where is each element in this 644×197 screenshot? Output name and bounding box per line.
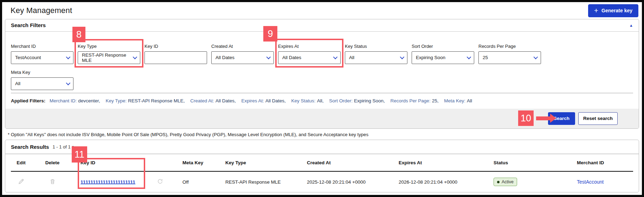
- filter-created-at: Created At All Dates: [211, 44, 274, 64]
- chevron-down-icon: [534, 55, 538, 59]
- table-row: 1111111111111111111111 Off REST-API Resp…: [5, 172, 639, 192]
- key-type-select[interactable]: REST-API Response MLE: [78, 51, 140, 64]
- created-at-value: All Dates: [215, 55, 234, 60]
- records-per-page-label: Records Per Page: [478, 44, 541, 49]
- cell-meta-key: Off: [178, 179, 220, 185]
- annotation-badge-10: 10: [518, 110, 534, 126]
- key-status-value: All: [349, 55, 354, 60]
- results-count: 1 - 1 of 1 s: [52, 144, 74, 150]
- chevron-down-icon: [400, 55, 405, 59]
- applied-filter-item: Created AtAll Dates: [190, 98, 236, 103]
- search-results-title: Search Results: [11, 144, 49, 150]
- meta-key-select[interactable]: All: [11, 77, 73, 90]
- expires-at-select[interactable]: All Dates: [278, 51, 341, 64]
- annotation-badge-9: 9: [263, 26, 277, 42]
- cell-expires-at: 2026-12-08 20:21:04 +0000: [394, 179, 489, 185]
- filter-records-per-page: Records Per Page 25: [478, 44, 541, 64]
- page-title: Key Management: [11, 6, 72, 15]
- filter-expires-at: Expires At All Dates: [278, 44, 341, 64]
- filter-sort-order: Sort Order Expiring Soon: [412, 44, 474, 64]
- filter-key-id: Key ID: [144, 44, 207, 64]
- sort-order-value: Expiring Soon: [416, 55, 445, 60]
- filter-key-type: Key Type REST-API Response MLE: [78, 44, 140, 64]
- applied-filter-item: Records Per Page25: [391, 98, 439, 103]
- applied-filter-item: Key StatusAll: [291, 98, 324, 103]
- col-expires-at: Expires At: [394, 160, 489, 165]
- delete-trash-icon[interactable]: [49, 178, 56, 185]
- col-delete: Delete: [37, 160, 68, 165]
- expires-at-label: Expires At: [278, 44, 341, 49]
- chevron-down-icon: [66, 55, 71, 59]
- reset-search-button[interactable]: Reset search: [578, 112, 618, 125]
- search-results-panel: Search Results 1 - 1 of 1 s Edit Delete …: [5, 140, 639, 192]
- key-id-input[interactable]: [149, 52, 203, 64]
- collapse-icon[interactable]: ▲: [629, 23, 633, 27]
- applied-filter-item: Meta KeyAll: [444, 98, 472, 103]
- filter-meta-key: Meta Key All: [11, 70, 73, 90]
- search-results-header: Search Results 1 - 1 of 1 s: [5, 140, 639, 154]
- filter-fields-area: Merchant ID TestAccount Key Type REST-AP…: [5, 32, 639, 90]
- applied-filter-item: Key TypeREST-API Response MLE: [105, 98, 185, 103]
- col-key-type: Key Type: [220, 160, 302, 165]
- generate-key-button[interactable]: + Generate key: [588, 4, 638, 17]
- meta-key-value: All: [15, 81, 20, 86]
- cell-key-type: REST-API Response MLE: [220, 179, 302, 185]
- applied-filters-label: Applied Filters:: [11, 98, 45, 103]
- search-filters-panel: Search Filters ▲ Merchant ID TestAccount…: [5, 19, 639, 129]
- key-status-select[interactable]: All: [345, 51, 407, 64]
- screenshot-frame: Key Management + Generate key Search Fil…: [0, 0, 644, 197]
- plus-icon: +: [594, 7, 598, 14]
- merchant-id-link[interactable]: TestAccount: [577, 179, 604, 185]
- applied-filter-item: Expires AtAll Dates: [241, 98, 285, 103]
- chevron-down-icon: [266, 55, 271, 59]
- chevron-down-icon: [133, 55, 137, 59]
- filter-merchant-id: Merchant ID TestAccount: [11, 44, 73, 64]
- records-per-page-value: 25: [483, 55, 488, 60]
- key-id-link[interactable]: 1111111111111111111111: [80, 179, 135, 185]
- sort-order-select[interactable]: Expiring Soon: [412, 51, 474, 64]
- key-type-value: REST-API Response MLE: [82, 52, 133, 63]
- status-label: Active: [502, 179, 514, 184]
- search-filters-title: Search Filters: [11, 22, 46, 28]
- applied-filter-item: Merchant IDdevcenter: [50, 98, 100, 103]
- records-per-page-select[interactable]: 25: [478, 51, 541, 64]
- edit-pencil-icon[interactable]: [18, 178, 25, 185]
- sort-order-label: Sort Order: [412, 44, 474, 49]
- col-meta-key: Meta Key: [178, 160, 220, 165]
- col-created-at: Created At: [302, 160, 394, 165]
- refresh-icon[interactable]: [157, 178, 163, 184]
- top-bar: Key Management + Generate key: [2, 2, 642, 19]
- applied-filters: Applied Filters: Merchant IDdevcenter Ke…: [5, 93, 639, 109]
- annotation-arrow-icon: [536, 114, 556, 123]
- applied-filter-item: Sort OrderExpiring Soon: [329, 98, 385, 103]
- key-id-label: Key ID: [144, 44, 207, 49]
- created-at-select[interactable]: All Dates: [211, 51, 274, 64]
- all-keys-footnote: * Option "All Keys" does not include ISV…: [8, 132, 642, 137]
- key-id-field: [144, 51, 207, 64]
- status-badge: Active: [494, 178, 517, 186]
- filter-key-status: Key Status All: [345, 44, 407, 64]
- created-at-label: Created At: [211, 44, 274, 49]
- chevron-down-icon: [467, 55, 471, 59]
- merchant-id-value: TestAccount: [15, 55, 41, 60]
- chevron-down-icon: [66, 81, 71, 85]
- col-edit: Edit: [5, 160, 37, 165]
- col-status: Status: [489, 160, 572, 165]
- cell-created-at: 2025-12-08 20:21:04 +0000: [302, 179, 394, 185]
- search-filters-header: Search Filters ▲: [5, 19, 639, 32]
- annotation-badge-11: 11: [72, 146, 87, 163]
- key-status-label: Key Status: [345, 44, 407, 49]
- generate-key-label: Generate key: [601, 8, 632, 13]
- chevron-down-icon: [333, 55, 338, 59]
- status-dot-icon: [497, 181, 500, 183]
- key-type-label: Key Type: [78, 44, 140, 49]
- col-merchant-id: Merchant ID: [572, 160, 632, 165]
- expires-at-value: All Dates: [282, 55, 301, 60]
- annotation-badge-8: 8: [72, 27, 85, 42]
- results-table-header: Edit Delete Key ID Meta Key Key Type Cre…: [5, 154, 639, 171]
- meta-key-label: Meta Key: [11, 70, 73, 75]
- merchant-id-select[interactable]: TestAccount: [11, 51, 73, 64]
- merchant-id-label: Merchant ID: [11, 44, 73, 49]
